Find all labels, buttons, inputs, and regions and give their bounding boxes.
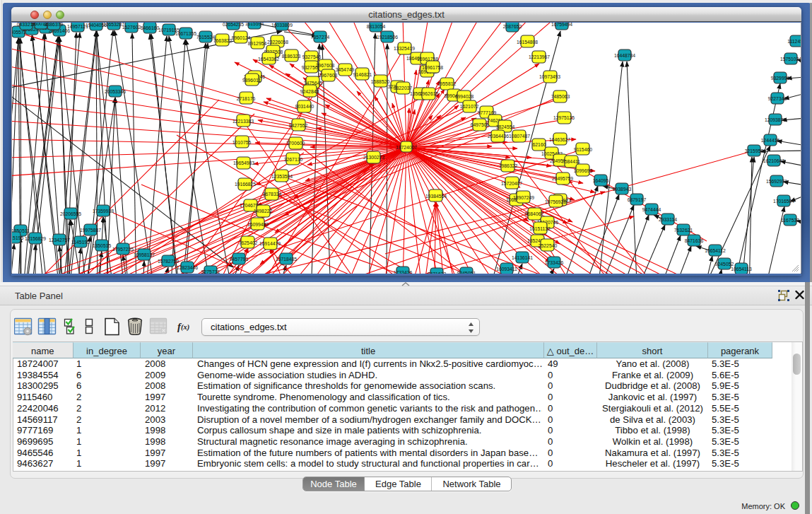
svg-text:16093411: 16093411 bbox=[496, 267, 517, 271]
svg-text:02654235: 02654235 bbox=[223, 23, 244, 27]
svg-text:16914479: 16914479 bbox=[259, 241, 281, 246]
svg-text:2718176: 2718176 bbox=[237, 96, 256, 101]
svg-text:16463627: 16463627 bbox=[549, 137, 570, 142]
svg-text:7485063: 7485063 bbox=[551, 94, 570, 99]
svg-text:7357274: 7357274 bbox=[311, 35, 330, 40]
svg-text:16154808: 16154808 bbox=[517, 40, 538, 45]
svg-text:19384554: 19384554 bbox=[425, 194, 447, 199]
svg-text:7584411: 7584411 bbox=[562, 159, 580, 164]
svg-text:9245051: 9245051 bbox=[457, 271, 476, 274]
svg-text:18724007: 18724007 bbox=[396, 145, 417, 150]
svg-text:6497508: 6497508 bbox=[471, 122, 490, 127]
svg-text:2933114: 2933114 bbox=[659, 217, 677, 222]
svg-text:8186323: 8186323 bbox=[282, 54, 301, 59]
svg-text:10973493: 10973493 bbox=[539, 74, 560, 79]
svg-text:1145195: 1145195 bbox=[71, 240, 90, 245]
svg-text:3824554: 3824554 bbox=[496, 124, 515, 129]
svg-text:9457791: 9457791 bbox=[230, 257, 249, 262]
svg-text:12156829: 12156829 bbox=[25, 236, 46, 241]
svg-text:3454749: 3454749 bbox=[336, 67, 355, 72]
svg-text:2087652: 2087652 bbox=[503, 24, 522, 29]
svg-text:7986322: 7986322 bbox=[499, 163, 518, 168]
svg-text:1733426: 1733426 bbox=[545, 260, 564, 265]
svg-text:1527602: 1527602 bbox=[122, 25, 141, 30]
svg-text:7955812: 7955812 bbox=[437, 81, 457, 86]
svg-text:15692971: 15692971 bbox=[766, 179, 787, 184]
svg-text:9242843: 9242843 bbox=[300, 89, 319, 94]
svg-text:10756928: 10756928 bbox=[545, 199, 566, 204]
svg-text:18907249: 18907249 bbox=[513, 195, 534, 200]
svg-text:16210643: 16210643 bbox=[763, 158, 784, 163]
svg-text:3267130: 3267130 bbox=[284, 157, 303, 162]
svg-text:14136141: 14136141 bbox=[512, 255, 533, 260]
svg-text:19166825: 19166825 bbox=[235, 182, 256, 187]
svg-text:16099489: 16099489 bbox=[247, 222, 269, 227]
svg-text:1350515: 1350515 bbox=[93, 243, 112, 248]
svg-text:9329996: 9329996 bbox=[771, 76, 790, 81]
svg-text:16961758: 16961758 bbox=[422, 65, 443, 70]
svg-text:9474444: 9474444 bbox=[642, 207, 661, 212]
svg-text:20206555: 20206555 bbox=[60, 211, 81, 216]
svg-text:16759494: 16759494 bbox=[551, 23, 572, 27]
svg-text:8912954: 8912954 bbox=[248, 41, 267, 46]
svg-text:8471636: 8471636 bbox=[685, 238, 704, 243]
svg-text:16671355: 16671355 bbox=[175, 31, 196, 36]
svg-text:9275731: 9275731 bbox=[201, 269, 220, 274]
svg-text:6466160: 6466160 bbox=[141, 25, 160, 30]
svg-text:1498222: 1498222 bbox=[254, 209, 273, 214]
svg-text:10653287: 10653287 bbox=[103, 23, 124, 27]
svg-text:19654983: 19654983 bbox=[233, 160, 254, 165]
svg-text:10807487: 10807487 bbox=[509, 134, 530, 139]
svg-text:1700600: 1700600 bbox=[286, 141, 305, 146]
svg-text:17359938: 17359938 bbox=[93, 209, 114, 214]
svg-text:(x): (x) bbox=[181, 323, 189, 332]
svg-text:9327546: 9327546 bbox=[302, 54, 322, 59]
svg-text:2967608: 2967608 bbox=[319, 73, 338, 78]
svg-text:15720407: 15720407 bbox=[501, 181, 522, 186]
svg-text:3822037: 3822037 bbox=[394, 86, 413, 90]
svg-text:12975125: 12975125 bbox=[553, 115, 575, 120]
svg-text:8678334: 8678334 bbox=[263, 192, 282, 197]
svg-text:164095: 164095 bbox=[593, 178, 609, 183]
svg-text:10958137: 10958137 bbox=[134, 252, 155, 257]
svg-text:2967608: 2967608 bbox=[316, 63, 335, 68]
svg-text:3915195: 3915195 bbox=[12, 235, 23, 240]
svg-text:1010755: 1010755 bbox=[233, 140, 252, 145]
svg-text:2522540: 2522540 bbox=[539, 243, 558, 248]
svg-text:23495759: 23495759 bbox=[552, 176, 573, 181]
svg-text:62160: 62160 bbox=[533, 142, 546, 147]
svg-text:16543362: 16543362 bbox=[258, 57, 279, 62]
svg-text:23226058: 23226058 bbox=[267, 40, 288, 45]
svg-text:15751024: 15751024 bbox=[780, 57, 801, 62]
svg-text:12093873: 12093873 bbox=[765, 117, 786, 122]
svg-text:19218506: 19218506 bbox=[377, 35, 398, 40]
svg-text:3215958: 3215958 bbox=[745, 148, 764, 153]
svg-text:8031440: 8031440 bbox=[295, 104, 314, 109]
svg-text:16782759: 16782759 bbox=[158, 259, 179, 264]
svg-text:1244415: 1244415 bbox=[761, 138, 780, 143]
svg-text:16448784: 16448784 bbox=[614, 53, 635, 58]
svg-text:20364436: 20364436 bbox=[488, 134, 509, 139]
svg-text:8813054: 8813054 bbox=[367, 24, 386, 29]
svg-text:16151132: 16151132 bbox=[529, 226, 551, 231]
svg-text:8960124: 8960124 bbox=[232, 35, 251, 40]
svg-text:21300273: 21300273 bbox=[363, 155, 384, 160]
svg-text:1733426: 1733426 bbox=[394, 270, 413, 274]
svg-text:20053346: 20053346 bbox=[105, 89, 126, 94]
svg-text:7625402: 7625402 bbox=[239, 240, 258, 245]
svg-text:6994028: 6994028 bbox=[455, 94, 474, 99]
svg-text:8938943: 8938943 bbox=[613, 187, 632, 192]
svg-text:12213967: 12213967 bbox=[529, 54, 550, 59]
svg-text:9146821: 9146821 bbox=[353, 72, 372, 77]
svg-text:7663822: 7663822 bbox=[213, 38, 233, 43]
svg-text:6879197: 6879197 bbox=[628, 197, 647, 202]
svg-text:17016504: 17016504 bbox=[773, 199, 794, 204]
svg-text:7515524: 7515524 bbox=[196, 35, 216, 40]
svg-text:1112458: 1112458 bbox=[787, 39, 801, 44]
svg-text:1099695: 1099695 bbox=[574, 168, 593, 173]
svg-text:13325419: 13325419 bbox=[394, 46, 415, 51]
svg-text:1615594: 1615594 bbox=[245, 23, 264, 26]
svg-text:9245052: 9245052 bbox=[715, 262, 734, 267]
svg-text:1962615: 1962615 bbox=[420, 91, 439, 96]
svg-text:9115460: 9115460 bbox=[574, 147, 592, 152]
